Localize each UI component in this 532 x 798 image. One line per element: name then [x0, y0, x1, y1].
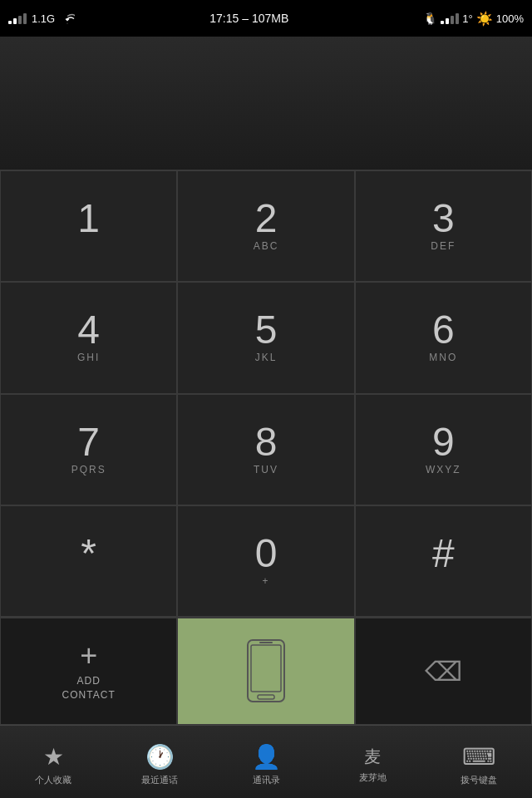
svg-rect-2	[258, 695, 274, 699]
key-5[interactable]: 5JKL	[177, 282, 354, 393]
key-#[interactable]: #	[355, 505, 532, 617]
key-0[interactable]: 0+	[177, 505, 354, 617]
tab-favorites[interactable]: ★ 个人收藏	[0, 738, 106, 786]
status-right: 🐧 1° ☀️ 100%	[423, 11, 524, 27]
key-letters-0: +	[262, 575, 269, 589]
tab-dialpad-label: 拨号键盘	[461, 774, 497, 786]
key-letters-9: WXYZ	[426, 464, 461, 477]
key-8[interactable]: 8TUV	[177, 394, 354, 505]
key-*[interactable]: *	[0, 505, 177, 617]
key-9[interactable]: 9WXYZ	[355, 394, 532, 505]
key-letters-4: GHI	[77, 352, 100, 365]
phone-icon	[241, 638, 291, 705]
keypad-wrapper: 12ABC3DEF4GHI5JKL6MNO7PQRS8TUV9WXYZ*0+# …	[0, 170, 532, 725]
network-type: 1.1G	[32, 12, 55, 25]
key-number-#: #	[432, 534, 455, 574]
tab-maiyadi-label: 麦芽地	[359, 771, 387, 784]
key-letters-5: JKL	[255, 352, 278, 365]
dialpad-icon: ⌨	[462, 743, 495, 771]
key-7[interactable]: 7PQRS	[0, 394, 177, 505]
key-number-5: 5	[255, 310, 278, 350]
key-number-3: 3	[432, 199, 455, 239]
svg-rect-1	[251, 645, 281, 692]
key-2[interactable]: 2ABC	[177, 170, 354, 282]
tab-recents-label: 最近通话	[141, 774, 178, 786]
tab-favorites-label: 个人收藏	[35, 774, 71, 786]
tab-dialpad[interactable]: ⌨ 拨号键盘	[426, 738, 532, 786]
signal-icon	[8, 13, 27, 24]
favorites-icon: ★	[43, 743, 64, 771]
tab-contacts-label: 通讯录	[253, 774, 280, 786]
key-number-0: 0	[255, 534, 278, 574]
weather-icon: ☀️	[476, 11, 493, 27]
add-contact-label: ADDCONTACT	[62, 674, 116, 702]
key-3[interactable]: 3DEF	[355, 170, 532, 282]
add-contact-plus-icon: +	[80, 641, 97, 671]
status-time: 17:15 – 107MB	[209, 12, 288, 25]
key-4[interactable]: 4GHI	[0, 282, 177, 393]
add-contact-button[interactable]: + ADDCONTACT	[0, 618, 177, 725]
battery-level: 100%	[496, 12, 524, 25]
key-number-7: 7	[77, 422, 100, 462]
key-letters-6: MNO	[429, 352, 457, 365]
tab-maiyadi[interactable]: 麦 麦芽地	[319, 741, 426, 784]
recents-icon: 🕐	[145, 743, 175, 771]
backspace-button[interactable]: ⌫	[355, 618, 532, 725]
key-letters-7: PQRS	[71, 464, 106, 477]
key-number-4: 4	[77, 310, 100, 350]
key-6[interactable]: 6MNO	[355, 282, 532, 393]
key-number-*: *	[81, 534, 96, 574]
svg-rect-3	[259, 642, 273, 643]
display-area	[0, 37, 532, 170]
tab-contacts[interactable]: 👤 通讯录	[213, 738, 319, 786]
tab-bar: ★ 个人收藏 🕐 最近通话 👤 通讯录 麦 麦芽地 ⌨ 拨号键盘	[0, 725, 532, 798]
keypad: 12ABC3DEF4GHI5JKL6MNO7PQRS8TUV9WXYZ*0+#	[0, 170, 532, 617]
status-bar: 1.1G 17:15 – 107MB 🐧 1° ☀️ 100%	[0, 0, 532, 37]
tab-recents[interactable]: 🕐 最近通话	[106, 738, 213, 786]
svg-rect-0	[248, 640, 284, 702]
key-1[interactable]: 1	[0, 170, 177, 282]
key-number-1: 1	[77, 199, 100, 239]
data-signal-icon	[441, 13, 459, 24]
maiyadi-icon: 麦	[364, 746, 381, 768]
key-number-8: 8	[255, 422, 278, 462]
contacts-icon: 👤	[252, 743, 281, 771]
backspace-icon: ⌫	[425, 656, 462, 687]
app-notification-icon: 🐧	[423, 12, 437, 25]
action-row: + ADDCONTACT ⌫	[0, 617, 532, 725]
main-content: 12ABC3DEF4GHI5JKL6MNO7PQRS8TUV9WXYZ*0+# …	[0, 37, 532, 798]
key-number-9: 9	[432, 422, 455, 462]
call-button[interactable]	[177, 618, 354, 725]
temperature: 1°	[462, 12, 472, 25]
key-letters-3: DEF	[431, 240, 456, 254]
status-left: 1.1G	[8, 12, 75, 25]
key-number-6: 6	[432, 310, 455, 350]
key-letters-8: TUV	[254, 464, 278, 477]
wifi-icon	[60, 12, 75, 24]
key-number-2: 2	[255, 199, 278, 239]
key-letters-2: ABC	[254, 240, 279, 254]
